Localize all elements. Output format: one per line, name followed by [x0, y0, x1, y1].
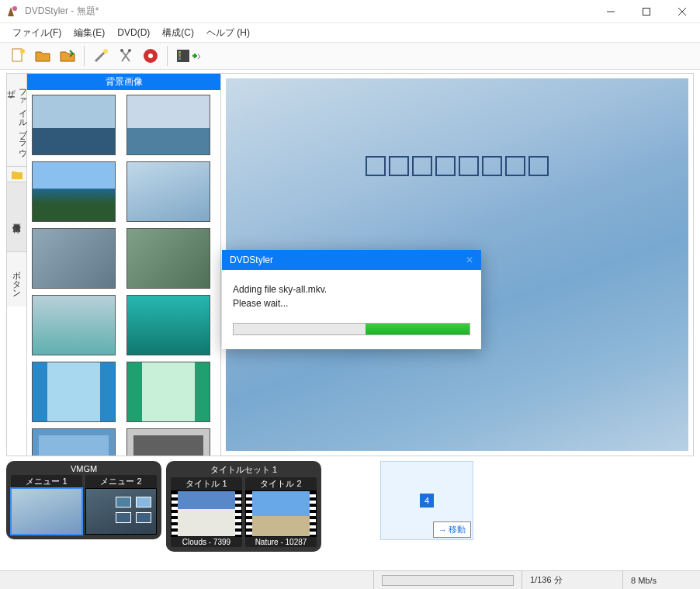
dialog-message-line1: Adding file sky-all.mkv.	[233, 282, 470, 296]
add-media-button[interactable]	[172, 44, 203, 68]
tab-filebrowser-label: ファイルブラウザー	[5, 83, 29, 157]
background-thumb[interactable]	[32, 228, 116, 289]
tab-backgrounds[interactable]: 背景画像	[7, 182, 26, 252]
svg-point-14	[148, 54, 153, 58]
svg-line-7	[95, 52, 105, 61]
status-time: 1/136 分	[522, 571, 622, 589]
svg-point-6	[20, 49, 25, 54]
background-thumb[interactable]	[32, 428, 116, 456]
menu-item-label: メニュー 2	[85, 475, 157, 488]
backgrounds-panel: 背景画像	[27, 74, 221, 456]
menu-config[interactable]: 構成(C)	[158, 25, 199, 41]
move-label: 移動	[449, 524, 466, 535]
title-item-label: タイトル 2	[245, 477, 317, 490]
svg-rect-16	[178, 51, 181, 54]
burn-button[interactable]	[139, 44, 162, 68]
progress-dialog: DVDStyler ✕ Adding file sky-all.mkv. Ple…	[222, 250, 481, 349]
background-thumb[interactable]	[126, 428, 210, 456]
svg-point-11	[120, 49, 123, 52]
statusbar: 1/136 分 8 Mb/s	[0, 570, 700, 589]
titlebar: DVDStyler - 無題*	[0, 0, 700, 23]
titleset-group: タイトルセット 1 タイトル 1 Clouds - 7399 タイトル 2 Na…	[166, 461, 321, 552]
menu-item[interactable]: メニュー 1	[11, 475, 82, 535]
dialog-titlebar[interactable]: DVDStyler ✕	[222, 250, 481, 270]
progress-bar	[233, 323, 470, 335]
side-tabs: ファイルブラウザー 背景画像 ボタン	[7, 74, 27, 456]
menu-item[interactable]: メニュー 2	[85, 475, 157, 535]
titleset-label: タイトルセット 1	[171, 463, 317, 477]
menu-dvd[interactable]: DVD(D)	[113, 26, 154, 40]
svg-point-8	[103, 49, 108, 54]
background-thumb[interactable]	[32, 362, 116, 422]
background-thumb[interactable]	[126, 362, 210, 422]
background-thumb[interactable]	[32, 95, 116, 155]
dialog-close-icon[interactable]: ✕	[466, 255, 473, 265]
background-thumb[interactable]	[32, 295, 116, 355]
menu-thumb[interactable]	[85, 488, 157, 535]
tab-filebrowser[interactable]: ファイルブラウザー	[7, 74, 26, 167]
title-thumb[interactable]	[171, 490, 242, 537]
menubar: ファイル(F) 編集(E) DVD(D) 構成(C) ヘルプ (H)	[0, 23, 700, 42]
menu-help[interactable]: ヘルプ (H)	[202, 25, 255, 41]
background-thumb[interactable]	[126, 161, 210, 222]
menu-file[interactable]: ファイル(F)	[8, 25, 66, 41]
progress-fill	[366, 324, 470, 334]
svg-point-0	[12, 6, 17, 11]
vmgm-group: VMGM メニュー 1 メニュー 2	[6, 461, 161, 539]
backgrounds-grid[interactable]	[27, 90, 220, 456]
drop-number: 4	[420, 494, 434, 508]
drop-zone[interactable]: 4 → 移動	[380, 461, 473, 540]
title-caption: Clouds - 7399	[171, 537, 242, 547]
folder-icon	[7, 167, 26, 182]
dialog-message-line2: Please wait...	[233, 296, 470, 310]
save-button[interactable]	[56, 44, 79, 68]
app-icon	[6, 5, 19, 18]
close-button[interactable]	[664, 0, 700, 23]
timeline: VMGM メニュー 1 メニュー 2 タイトルセット 1 タイトル 1 Clou…	[6, 461, 694, 553]
title-item[interactable]: タイトル 1 Clouds - 7399	[171, 477, 242, 547]
maximize-button[interactable]	[629, 0, 664, 23]
backgrounds-header: 背景画像	[27, 74, 220, 90]
progress-empty	[234, 324, 366, 334]
svg-point-12	[128, 49, 131, 52]
arrow-right-icon: →	[438, 525, 447, 535]
vmgm-label: VMGM	[11, 463, 157, 475]
toolbar-separator	[167, 46, 168, 66]
title-thumb[interactable]	[245, 490, 317, 537]
status-bitrate: 8 Mb/s	[622, 571, 700, 589]
wizard-button[interactable]	[89, 44, 113, 68]
minimize-button[interactable]	[593, 0, 629, 23]
background-thumb[interactable]	[126, 295, 210, 355]
title-item-label: タイトル 1	[171, 477, 242, 490]
preview-title-placeholder	[366, 156, 549, 176]
toolbar	[0, 42, 700, 70]
window-title: DVDStyler - 無題*	[25, 5, 593, 18]
open-button[interactable]	[31, 44, 54, 68]
capacity-bar	[373, 571, 522, 589]
tab-buttons-label: ボタン	[11, 265, 23, 294]
background-thumb[interactable]	[126, 95, 210, 155]
menu-edit[interactable]: 編集(E)	[69, 25, 109, 41]
background-thumb[interactable]	[126, 228, 210, 289]
new-button[interactable]	[6, 44, 29, 68]
background-thumb[interactable]	[32, 161, 116, 222]
dialog-body: Adding file sky-all.mkv. Please wait...	[222, 270, 481, 349]
menu-item-label: メニュー 1	[11, 475, 82, 488]
svg-rect-18	[178, 57, 181, 60]
toolbar-separator	[84, 46, 85, 66]
title-item[interactable]: タイトル 2 Nature - 10287	[245, 477, 317, 547]
menu-thumb[interactable]	[11, 488, 82, 535]
title-caption: Nature - 10287	[245, 537, 317, 547]
tab-buttons[interactable]: ボタン	[7, 252, 26, 307]
settings-button[interactable]	[114, 44, 137, 68]
svg-rect-17	[178, 54, 181, 57]
move-button[interactable]: → 移動	[433, 521, 471, 538]
svg-rect-2	[643, 8, 650, 15]
dialog-title-text: DVDStyler	[230, 255, 466, 265]
